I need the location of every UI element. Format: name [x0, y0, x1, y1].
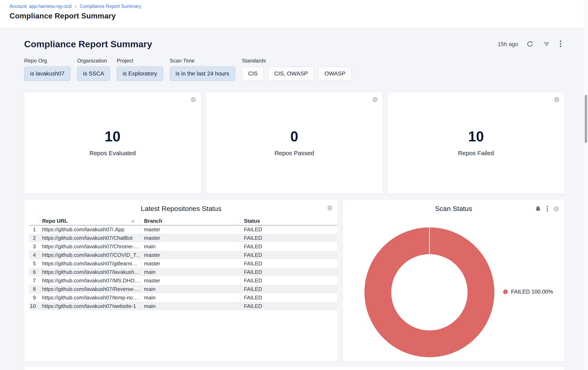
repo-url-cell: https://github.com/lavakush07/MS.DHO… — [38, 276, 140, 285]
table-row: 10 https://github.com/lavakush07/website… — [29, 302, 337, 310]
table-row: 1 https://github.com/lavakush07/.App mas… — [29, 225, 337, 234]
tile-explore-button[interactable] — [372, 97, 378, 103]
column-header-branch[interactable]: Branch — [140, 217, 240, 225]
tile-repos-passed: 0 Repos Passed — [206, 92, 383, 194]
row-index: 8 — [29, 285, 38, 293]
refresh-icon — [526, 40, 534, 48]
standards-option-cis[interactable]: CIS — [242, 67, 264, 81]
status-cell: FAILED — [240, 268, 337, 276]
lower-panels: Latest Repositories Status Repo URL — [24, 200, 565, 362]
refresh-button[interactable] — [526, 40, 534, 48]
branch-cell: main — [140, 268, 240, 276]
repo-url-cell: https://github.com/lavakush07/website-1 — [38, 302, 140, 310]
repo-url-cell: https://github.com/lavakush07/gitlearni… — [38, 259, 140, 268]
stat-value: 10 — [105, 130, 121, 144]
globe-icon — [554, 97, 560, 103]
filter-organization: Organization is SSCA — [77, 58, 110, 81]
status-cell: FAILED — [240, 259, 337, 268]
kebab-menu-icon — [560, 40, 562, 49]
standards-options: CIS CIS, OWASP OWASP — [242, 67, 352, 81]
standards-option-owasp[interactable]: OWASP — [318, 67, 352, 81]
filter-standards: Standards CIS CIS, OWASP OWASP — [242, 58, 352, 81]
tile-explore-button[interactable] — [190, 97, 196, 103]
stat-label: Repos Passed — [274, 150, 314, 157]
breadcrumb-account-link[interactable]: Account: app-harness-ng-cicd — [10, 4, 72, 9]
table-row: 7 https://github.com/lavakush07/MS.DHO… … — [29, 276, 337, 285]
row-index: 3 — [29, 242, 38, 251]
globe-icon — [372, 97, 378, 103]
breadcrumb-current-link[interactable]: Compliance Report Summary — [80, 4, 141, 9]
repo-url-cell: https://github.com/lavakush07/Reverse-… — [38, 285, 140, 293]
tile-repos-evaluated: 10 Repos Evaluated — [24, 92, 201, 194]
status-cell: FAILED — [240, 251, 337, 259]
scan-status-panel: Scan Status — [343, 200, 565, 362]
chart-legend: FAILED 100.00% — [503, 289, 553, 295]
branch-cell: main — [140, 242, 240, 251]
table-panel-title: Latest Repositories Status — [24, 200, 338, 213]
filter-repo-org: Repo Org is lavakush07 — [24, 58, 71, 81]
tile-explore-button[interactable] — [327, 205, 333, 211]
row-index: 10 — [29, 302, 38, 310]
status-cell: FAILED — [240, 225, 337, 234]
table-header-row: Repo URL Branch Status — [29, 217, 337, 225]
dashboard-content: Compliance Report Summary 15h ago — [0, 28, 588, 370]
breadcrumb-separator-icon: › — [75, 3, 77, 9]
stat-tiles: 10 Repos Evaluated 0 Repos Passed — [24, 92, 565, 194]
filter-icon — [543, 40, 550, 48]
legend-failed-swatch — [503, 290, 508, 294]
stat-label: Repos Evaluated — [89, 150, 136, 157]
row-index: 6 — [29, 268, 38, 276]
repo-url-cell: https://github.com/lavakush07/Chrome-… — [38, 242, 140, 251]
filter-label: Standards — [242, 58, 352, 64]
filter-chip-organization[interactable]: is SSCA — [77, 67, 110, 81]
repo-table-body: 1 https://github.com/lavakush07/.App mas… — [29, 225, 337, 310]
table-row: 3 https://github.com/lavakush07/Chrome-…… — [29, 242, 337, 251]
filter-label: Scan Time — [170, 58, 235, 64]
app-header: Account: app-harness-ng-cicd › Complianc… — [0, 0, 588, 28]
tile-explore-button[interactable] — [554, 97, 560, 103]
dashboard-toolbar: 15h ago — [498, 40, 565, 49]
status-cell: FAILED — [240, 302, 337, 310]
row-index: 4 — [29, 251, 38, 259]
table-row: 8 https://github.com/lavakush07/Reverse-… — [29, 285, 337, 293]
scrollbar-thumb[interactable] — [585, 95, 587, 143]
filter-chip-repo-org[interactable]: is lavakush07 — [24, 67, 71, 81]
filter-chip-scan-time[interactable]: is in the last 24 hours — [170, 67, 235, 81]
column-header-status[interactable]: Status — [240, 217, 337, 225]
branch-cell: master — [140, 225, 240, 234]
table-row: 4 https://github.com/lavakush07/COVID_T…… — [29, 251, 337, 259]
branch-cell: master — [140, 259, 240, 268]
globe-icon — [327, 205, 333, 211]
status-cell: FAILED — [240, 276, 337, 285]
legend-failed-label: FAILED 100.00% — [511, 289, 553, 295]
filter-chip-project[interactable]: is Exploratory — [117, 67, 163, 81]
repositories-table: Repo URL Branch Status — [29, 217, 337, 310]
branch-cell: master — [140, 234, 240, 242]
column-header-repo-url[interactable]: Repo URL — [38, 217, 140, 225]
branch-cell: main — [140, 302, 240, 310]
branch-cell: master — [140, 251, 240, 259]
stat-value: 10 — [468, 130, 484, 144]
status-cell: FAILED — [240, 242, 337, 251]
row-index: 5 — [29, 259, 38, 268]
sort-ascending-icon — [131, 218, 135, 224]
repo-url-cell: https://github.com/lavakush07/lavakush… — [38, 268, 140, 276]
branch-cell: main — [140, 293, 240, 302]
last-refreshed-label: 15h ago — [498, 41, 518, 48]
filter-project: Project is Exploratory — [117, 58, 163, 81]
dashboard-header: Compliance Report Summary 15h ago — [24, 28, 565, 50]
globe-icon — [190, 97, 196, 103]
table-row: 5 https://github.com/lavakush07/gitlearn… — [29, 259, 337, 268]
repo-url-cell: https://github.com/lavakush07/temp-no… — [38, 293, 140, 302]
repo-url-cell: https://github.com/lavakush07/ChatBot — [38, 234, 140, 242]
filter-scan-time: Scan Time is in the last 24 hours — [170, 58, 235, 81]
dashboard-menu-button[interactable] — [560, 40, 562, 49]
repo-url-cell: https://github.com/lavakush07/COVID_T… — [38, 251, 140, 259]
vertical-scrollbar — [584, 0, 588, 370]
standards-option-cis-owasp[interactable]: CIS, OWASP — [268, 67, 314, 81]
table-row: 6 https://github.com/lavakush07/lavakush… — [29, 268, 337, 276]
next-panel-peek — [24, 366, 565, 370]
filter-button[interactable] — [543, 40, 550, 48]
row-index: 7 — [29, 276, 38, 285]
stat-label: Repos Failed — [458, 150, 494, 157]
